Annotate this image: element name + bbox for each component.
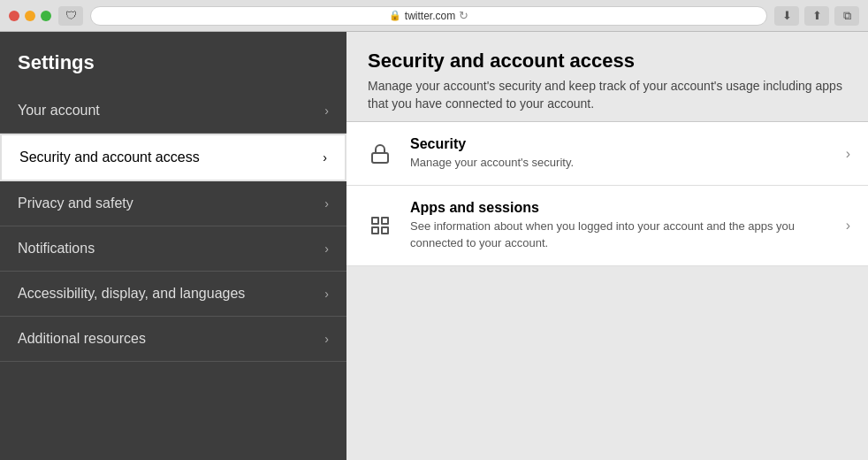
svg-rect-1 — [372, 218, 378, 224]
svg-rect-3 — [372, 227, 378, 234]
security-item-title: Apps and sessions — [410, 200, 832, 216]
sidebar-item-label: Privacy and safety — [18, 196, 133, 211]
minimize-button[interactable] — [25, 11, 35, 21]
chevron-right-icon: › — [324, 332, 329, 346]
url-text: twitter.com — [405, 10, 455, 22]
refresh-icon: ↻ — [459, 9, 468, 22]
sidebar-item-accessibility[interactable]: Accessibility, display, and languages › — [0, 272, 346, 317]
security-list: Security Manage your account's security.… — [346, 122, 868, 266]
sidebar-title: Settings — [0, 41, 346, 88]
chevron-right-icon: › — [846, 218, 850, 234]
sidebar-item-privacy-safety[interactable]: Privacy and safety › — [0, 181, 346, 226]
svg-rect-4 — [382, 227, 388, 234]
svg-rect-0 — [372, 153, 388, 163]
chevron-right-icon: › — [324, 287, 329, 301]
apps-icon — [364, 210, 396, 242]
browser-actions: ⬇ ⬆ ⧉ — [774, 6, 859, 26]
traffic-lights — [9, 11, 51, 21]
chevron-right-icon: › — [324, 196, 329, 211]
maximize-button[interactable] — [41, 11, 51, 21]
sidebar-item-label: Accessibility, display, and languages — [18, 286, 245, 302]
panel-description: Manage your account's security and keep … — [368, 78, 847, 112]
address-bar[interactable]: 🔒 twitter.com ↻ — [90, 6, 767, 26]
chevron-right-icon: › — [846, 146, 850, 162]
chevron-right-icon: › — [323, 150, 327, 165]
right-panel: Security and account access Manage your … — [346, 32, 868, 460]
content-area: Settings Your account › Security and acc… — [0, 32, 868, 460]
security-item-security[interactable]: Security Manage your account's security.… — [346, 122, 868, 186]
security-item-description: Manage your account's security. — [410, 155, 832, 171]
sidebar: Settings Your account › Security and acc… — [0, 32, 346, 460]
security-item-text: Apps and sessions See information about … — [410, 200, 832, 250]
sidebar-item-label: Additional resources — [18, 331, 146, 347]
download-icon[interactable]: ⬇ — [774, 6, 799, 26]
sidebar-item-your-account[interactable]: Your account › — [0, 88, 346, 134]
share-icon[interactable]: ⬆ — [804, 6, 829, 26]
panel-title: Security and account access — [368, 50, 847, 73]
sidebar-item-additional-resources[interactable]: Additional resources › — [0, 317, 346, 362]
lock-icon: 🔒 — [389, 10, 401, 21]
browser-chrome: 🛡 🔒 twitter.com ↻ ⬇ ⬆ ⧉ — [0, 0, 868, 32]
lock-icon — [364, 138, 396, 170]
security-item-description: See information about when you logged in… — [410, 218, 832, 250]
sidebar-item-label: Notifications — [18, 241, 95, 257]
sidebar-item-label: Security and account access — [19, 150, 200, 165]
security-item-apps-sessions[interactable]: Apps and sessions See information about … — [346, 186, 868, 265]
panel-header: Security and account access Manage your … — [346, 32, 868, 122]
security-item-title: Security — [410, 136, 832, 152]
svg-rect-2 — [382, 218, 388, 224]
sidebar-item-security-access[interactable]: Security and account access › — [0, 134, 346, 181]
close-button[interactable] — [9, 11, 19, 21]
chevron-right-icon: › — [324, 242, 329, 256]
tabs-icon[interactable]: ⧉ — [834, 6, 859, 26]
shield-icon[interactable]: 🛡 — [58, 6, 83, 26]
chevron-right-icon: › — [324, 104, 329, 118]
security-item-text: Security Manage your account's security. — [410, 136, 832, 171]
sidebar-item-label: Your account — [18, 103, 100, 119]
sidebar-item-notifications[interactable]: Notifications › — [0, 226, 346, 272]
